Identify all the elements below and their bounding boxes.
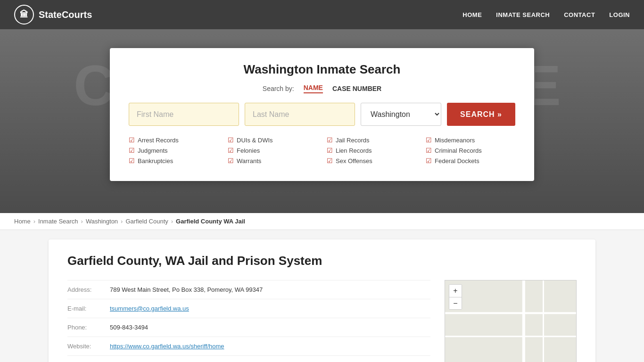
breadcrumb: Home › Inmate Search › Washington › Garf… xyxy=(0,213,644,230)
check-label: Lien Records xyxy=(336,147,372,154)
content-card: Garfield County, WA Jail and Prison Syst… xyxy=(49,239,595,362)
info-value: 789 West Main Street, Po Box 338, Pomero… xyxy=(110,286,263,293)
check-item: ☑Lien Records xyxy=(327,147,416,154)
map-controls: + − xyxy=(449,284,462,310)
info-layout: Address: 789 West Main Street, Po Box 33… xyxy=(67,280,577,362)
state-select[interactable]: WashingtonAlabamaAlaskaArizonaArkansasCa… xyxy=(361,103,441,126)
check-label: Misdemeanors xyxy=(435,137,475,144)
check-item: ☑Sex Offenses xyxy=(327,157,416,165)
search-inputs: WashingtonAlabamaAlaskaArizonaArkansasCa… xyxy=(129,103,515,126)
nav-login[interactable]: LOGIN xyxy=(609,11,630,18)
breadcrumb-washington[interactable]: Washington xyxy=(86,218,118,225)
check-item: ☑DUIs & DWIs xyxy=(228,136,317,144)
checkbox-icon: ☑ xyxy=(426,147,432,154)
info-label: Website: xyxy=(67,343,110,350)
last-name-input[interactable] xyxy=(245,103,355,126)
search-title: Washington Inmate Search xyxy=(129,62,515,77)
main-content: Garfield County, WA Jail and Prison Syst… xyxy=(39,239,605,362)
checkbox-icon: ☑ xyxy=(129,136,135,144)
info-value-text: 789 West Main Street, Po Box 338, Pomero… xyxy=(110,286,263,293)
nav-contact[interactable]: CONTACT xyxy=(564,11,595,18)
checkbox-icon: ☑ xyxy=(426,136,432,144)
breadcrumb-home[interactable]: Home xyxy=(14,218,31,225)
tab-name[interactable]: NAME xyxy=(304,84,323,93)
main-nav: HOME INMATE SEARCH CONTACT LOGIN xyxy=(462,11,630,18)
check-label: Jail Records xyxy=(336,137,370,144)
checkbox-icon: ☑ xyxy=(327,147,333,154)
nav-inmate-search[interactable]: INMATE SEARCH xyxy=(496,11,550,18)
info-label: Phone: xyxy=(67,324,110,331)
check-label: Felonies xyxy=(237,147,260,154)
site-name: StateCourts xyxy=(39,9,92,20)
logo-icon: 🏛 xyxy=(14,5,34,25)
logo-area: 🏛 StateCourts xyxy=(14,5,92,25)
check-item: ☑Criminal Records xyxy=(426,147,515,154)
checkbox-icon: ☑ xyxy=(327,157,333,165)
facility-title: Garfield County, WA Jail and Prison Syst… xyxy=(67,254,577,268)
checkbox-icon: ☑ xyxy=(129,147,135,154)
info-row: Website: https://www.co.garfield.wa.us/s… xyxy=(67,337,430,355)
check-label: Bankruptcies xyxy=(138,157,173,165)
search-modal: Washington Inmate Search Search by: NAME… xyxy=(110,48,534,181)
info-value-text: 509-843-3494 xyxy=(110,324,148,331)
search-by-row: Search by: NAME CASE NUMBER xyxy=(129,84,515,93)
info-value: 509-843-3494 xyxy=(110,324,148,331)
info-label: Address: xyxy=(67,286,110,293)
check-label: Criminal Records xyxy=(435,147,482,154)
check-item: ☑Warrants xyxy=(228,157,317,165)
map-zoom-in[interactable]: + xyxy=(449,285,462,297)
check-item: ☑Felonies xyxy=(228,147,317,154)
info-label: E-mail: xyxy=(67,305,110,312)
breadcrumb-inmate-search[interactable]: Inmate Search xyxy=(38,218,78,225)
info-row: Phone: 509-843-3494 xyxy=(67,318,430,337)
checkbox-icon: ☑ xyxy=(129,157,135,165)
check-label: Warrants xyxy=(237,157,261,165)
info-table: Address: 789 West Main Street, Po Box 33… xyxy=(67,280,430,362)
check-label: Sex Offenses xyxy=(336,157,372,165)
nav-home[interactable]: HOME xyxy=(462,11,482,18)
check-label: Arrest Records xyxy=(138,137,179,144)
search-button[interactable]: SEARCH » xyxy=(447,103,515,126)
check-item: ☑Judgments xyxy=(129,147,218,154)
info-row: Facebook: https://www.facebook.com/Garfi… xyxy=(67,355,430,362)
check-item: ☑Bankruptcies xyxy=(129,157,218,165)
breadcrumb-garfield-county[interactable]: Garfield County xyxy=(125,218,168,225)
check-item: ☑Arrest Records xyxy=(129,136,218,144)
info-link[interactable]: https://www.co.garfield.wa.us/sheriff/ho… xyxy=(110,343,224,350)
breadcrumb-current: Garfield County WA Jail xyxy=(176,218,245,225)
info-row: E-mail: tsummers@co.garfield.wa.us xyxy=(67,299,430,318)
info-row: Address: 789 West Main Street, Po Box 33… xyxy=(67,280,430,299)
checkbox-icon: ☑ xyxy=(426,157,432,165)
check-label: Judgments xyxy=(138,147,168,154)
check-item: ☑Jail Records xyxy=(327,136,416,144)
map-zoom-out[interactable]: − xyxy=(449,297,462,309)
checkbox-icon: ☑ xyxy=(228,147,234,154)
info-link[interactable]: tsummers@co.garfield.wa.us xyxy=(110,305,189,312)
site-header: 🏛 StateCourts HOME INMATE SEARCH CONTACT… xyxy=(0,0,644,29)
checkbox-icon: ☑ xyxy=(327,136,333,144)
tab-case-number[interactable]: CASE NUMBER xyxy=(332,85,381,92)
info-value: tsummers@co.garfield.wa.us xyxy=(110,305,189,312)
map-box: + − xyxy=(445,280,577,362)
info-value: https://www.co.garfield.wa.us/sheriff/ho… xyxy=(110,343,224,350)
checkbox-icon: ☑ xyxy=(228,157,234,165)
hero-section: COURTHOUSE Washington Inmate Search Sear… xyxy=(0,29,644,213)
svg-rect-0 xyxy=(445,280,576,362)
record-types-grid: ☑Arrest Records☑DUIs & DWIs☑Jail Records… xyxy=(129,136,515,165)
check-label: Federal Dockets xyxy=(435,157,479,165)
check-label: DUIs & DWIs xyxy=(237,137,273,144)
check-item: ☑Misdemeanors xyxy=(426,136,515,144)
search-by-label: Search by: xyxy=(263,85,294,92)
check-item: ☑Federal Dockets xyxy=(426,157,515,165)
first-name-input[interactable] xyxy=(129,103,239,126)
checkbox-icon: ☑ xyxy=(228,136,234,144)
